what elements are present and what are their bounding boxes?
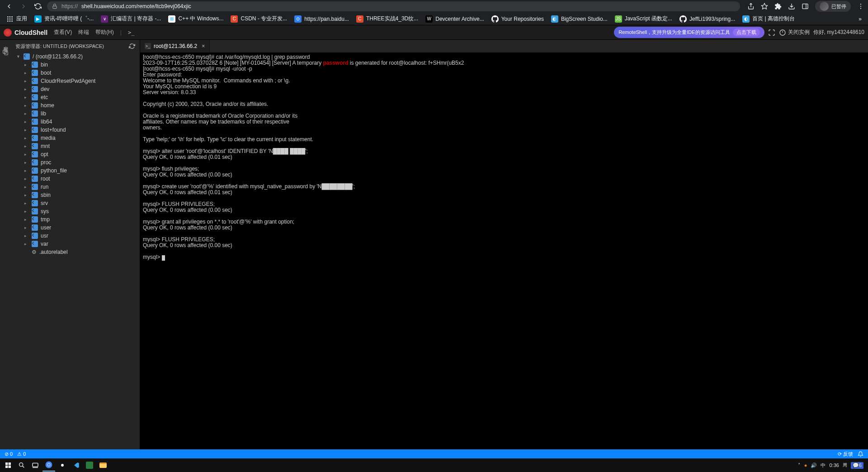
tree-folder[interactable]: ▸lib [13,110,140,118]
cmd-caret-icon[interactable]: >_ [128,29,134,36]
tree-folder[interactable]: ▸run [13,183,140,191]
svg-line-24 [23,466,24,468]
tree-folder[interactable]: ▸srv [13,199,140,207]
bookmark[interactable]: WDevcenter Archive... [423,14,486,24]
bookmark[interactable]: JSJavaScript 函数定... [612,14,675,24]
tree-label: media [41,135,56,141]
back-button[interactable] [4,1,14,12]
refresh-icon[interactable] [129,43,135,49]
chevron-right-icon: ▸ [24,136,29,140]
promo-banner[interactable]: RemoteShell，支持升级为全量IDE的资源访问工具 点击下载 [614,27,764,38]
status-errors[interactable]: ⊘ 0 [5,451,13,457]
menu-terminal[interactable]: 终端 [78,29,89,36]
tree-folder[interactable]: ▸media [13,134,140,142]
chevron-right-icon: ▸ [24,87,29,91]
tray-volume-icon[interactable]: 🔊 [811,462,817,468]
extensions-icon[interactable] [774,3,782,10]
bookmark[interactable]: ▶资讯-哔哩哔哩 (゜-... [32,14,96,24]
search-button[interactable] [15,459,28,472]
bookmark-label: Devcenter Archive... [435,16,484,22]
bookmark[interactable]: Your Repositories [489,14,547,24]
forward-button[interactable] [18,1,29,12]
tree-folder[interactable]: ▸mnt [13,142,140,150]
tree-folder[interactable]: ▸lib64 [13,118,140,126]
folder-icon [32,110,38,117]
bookmark-star-icon[interactable] [761,3,768,10]
tree-folder[interactable]: ▸user [13,224,140,232]
bookmark[interactable]: CCSDN - 专业开发... [228,14,290,24]
terminal-tab[interactable]: >_root@121.36.66.2× [140,40,210,52]
chrome-taskbar-button[interactable] [42,459,55,472]
explorer-button[interactable] [97,459,109,472]
tree-folder[interactable]: ▸lost+found [13,126,140,134]
tree-folder[interactable]: ▸var [13,240,140,248]
svg-point-12 [11,18,13,19]
tree-folder[interactable]: ▸CloudrResetPwdAgent [13,77,140,85]
tree-root[interactable]: ▼/ (root@121.36.66.2) [13,52,140,61]
download-icon[interactable] [788,3,795,10]
bookmark[interactable]: JeffLi1993/spring... [677,14,738,24]
tree-folder[interactable]: ▸python_file [13,167,140,175]
address-bar[interactable]: https://shell.huaweicloud.com/remote/ltc… [47,1,740,11]
terminal-output[interactable]: [root@hcss-ecs-c650 mysql]# cat /var/log… [140,52,868,449]
tree-label: home [41,102,54,109]
bookmark[interactable]: ◐BigScreen Studio... [548,14,610,24]
tree-folder[interactable]: ▸dev [13,85,140,93]
chevron-right-icon: ▸ [24,103,29,108]
clock[interactable]: 0:36 [829,462,839,468]
bookmark[interactable]: ◐首页 | 高德控制台 [740,14,797,24]
file-tree[interactable]: ▼/ (root@121.36.66.2) ▸bin▸boot▸CloudrRe… [11,52,140,449]
tree-folder[interactable]: ▸opt [13,150,140,158]
apps-button[interactable]: 应用 [4,14,30,24]
app-button[interactable] [83,459,96,472]
bookmark[interactable]: ∨汇编语言 | 寄存器 -... [98,14,164,24]
taskview-button[interactable] [29,459,42,472]
notification-center-button[interactable]: 💬6 [851,462,863,469]
tree-folder[interactable]: ▸bin [13,61,140,69]
ime-indicator[interactable]: 中 [821,462,826,469]
chevron-right-icon: ▸ [24,152,29,157]
tree-folder[interactable]: ▸sys [13,207,140,215]
tree-label: python_file [41,167,67,174]
close-icon[interactable]: × [202,43,205,49]
tray-chevron-icon[interactable]: ˄ [798,462,801,468]
svg-rect-0 [53,6,57,8]
profile-button[interactable]: 已暂停 [815,1,851,12]
bookmark[interactable]: ⊙https://pan.baidu... [292,14,352,24]
tree-folder[interactable]: ▸tmp [13,215,140,224]
tree-file[interactable]: ⚙.autorelabel [13,248,140,256]
tree-folder[interactable]: ▸usr [13,232,140,240]
status-warnings[interactable]: ⚠ 0 [17,451,26,457]
tree-folder[interactable]: ▸etc [13,93,140,101]
copy-icon[interactable] [2,49,9,56]
tree-folder[interactable]: ▸sbin [13,191,140,199]
bell-icon[interactable] [858,451,863,457]
folder-icon [32,94,38,100]
panel-icon[interactable] [802,3,809,10]
tree-folder[interactable]: ▸root [13,175,140,183]
fullscreen-icon[interactable] [768,29,775,36]
menu-help[interactable]: 帮助(H) [95,29,114,36]
start-button[interactable] [2,459,14,472]
share-icon[interactable] [747,3,755,10]
svg-point-7 [7,16,9,18]
promo-download-button[interactable]: 点击下载 [733,29,760,36]
folder-icon [32,167,38,174]
lock-icon [52,3,58,10]
paused-label: 已暂停 [831,3,846,10]
bookmark[interactable]: CTHREE实战4_3D纹... [354,14,421,24]
kebab-icon[interactable] [857,3,864,10]
bookmark[interactable]: ⊞C++ 中 Windows... [165,14,226,24]
power-icon [779,29,786,36]
tree-folder[interactable]: ▸proc [13,158,140,167]
menu-view[interactable]: 查看(V) [54,29,72,36]
tray-icon[interactable]: ● [804,462,807,468]
feedback-button[interactable]: ⟳ 反馈 [838,451,853,458]
cortana-button[interactable] [56,459,69,472]
bookmark-overflow-button[interactable]: » [856,14,864,24]
tree-folder[interactable]: ▸home [13,101,140,110]
tree-folder[interactable]: ▸boot [13,69,140,77]
reload-button[interactable] [33,1,43,12]
close-instance-button[interactable]: 关闭实例 [779,29,810,36]
vscode-button[interactable] [70,459,82,472]
